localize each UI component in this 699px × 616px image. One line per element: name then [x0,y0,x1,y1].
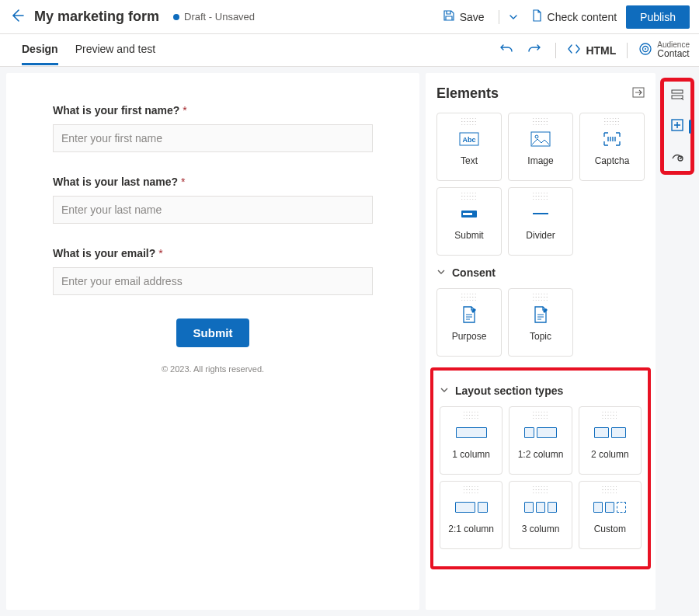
svg-point-17 [680,158,681,159]
section-layout-header[interactable]: Layout section types [440,385,642,397]
layout-grid: :::::::::::: 1 column :::::::::::: 1:2 c… [440,406,642,549]
image-icon [529,129,552,149]
tile-label: Divider [526,230,555,241]
back-arrow-icon[interactable] [9,8,25,26]
page-title: My marketing form [34,9,159,25]
svg-rect-6 [531,132,550,146]
layout-3-column[interactable]: :::::::::::: 3 column [509,481,572,549]
svg-text:Abc: Abc [462,136,475,144]
section-consent-header[interactable]: Consent [436,266,645,279]
form-submit-button[interactable]: Submit [176,318,250,347]
save-label: Save [460,11,485,23]
grip-icon: :::::::::::: [463,412,479,418]
layout-3col-icon [529,497,552,517]
section-title: Layout section types [455,385,563,397]
check-content-button[interactable]: Check content [523,5,625,29]
topic-icon [529,305,552,325]
element-purpose[interactable]: :::::::::::: Purpose [436,288,502,357]
fields-tool-button[interactable] [670,92,684,104]
grip-icon: :::::::::::: [532,486,548,492]
svg-rect-9 [463,213,472,215]
expand-panel-icon[interactable] [632,87,645,100]
tab-design[interactable]: Design [22,35,58,65]
required-icon: * [158,247,162,259]
element-captcha[interactable]: :::::::::::: Captcha [579,113,645,181]
form-canvas[interactable]: What is your first name?* What is your l… [6,73,419,610]
layout-1-column[interactable]: :::::::::::: 1 column [440,406,503,475]
svg-rect-11 [672,90,683,93]
undo-button[interactable] [496,39,516,61]
grip-icon: :::::::::::: [602,412,618,418]
publish-button[interactable]: Publish [626,5,690,29]
text-icon: Abc [457,129,481,149]
panel-title: Elements [436,85,499,102]
layout-2col-icon [598,423,621,443]
grip-icon: :::::::::::: [602,486,618,492]
field-label: What is your email? [53,247,155,259]
redo-button[interactable] [524,39,544,61]
email-input[interactable] [53,267,373,295]
tile-label: Purpose [452,331,487,342]
tile-label: 2:1 column [448,524,494,534]
target-icon [638,42,652,58]
consent-grid: :::::::::::: Purpose :::::::::::: Topic [436,288,645,357]
required-icon: * [181,176,185,188]
element-image[interactable]: :::::::::::: Image [508,113,573,181]
grip-icon: :::::::::::: [603,118,620,124]
element-topic[interactable]: :::::::::::: Topic [508,288,573,357]
svg-point-7 [535,135,538,138]
grip-icon: :::::::::::: [461,193,477,199]
html-label: HTML [586,44,616,57]
check-content-label: Check content [548,11,617,23]
tile-label: 1:2 column [518,449,564,460]
save-button[interactable]: Save [435,5,492,29]
settings-tool-button[interactable] [670,152,684,165]
save-menu-button[interactable] [506,8,521,26]
form-footer: © 2023. All rights reserved. [53,364,373,374]
tab-preview[interactable]: Preview and test [75,35,156,65]
highlight-layout-section: Layout section types :::::::::::: 1 colu… [430,367,651,569]
form-field: What is your email?* [53,247,373,295]
element-text[interactable]: :::::::::::: Abc Text [436,113,502,181]
html-toggle-button[interactable]: HTML [567,42,616,58]
layout-1col-icon [460,423,483,443]
layout-2-column[interactable]: :::::::::::: 2 column [579,406,642,475]
purpose-icon [457,305,481,325]
highlight-toolstrip [660,78,694,175]
save-icon [443,9,455,24]
grip-icon: :::::::::::: [461,118,477,124]
layout-custom[interactable]: :::::::::::: Custom [579,481,642,549]
field-label: What is your first name? [53,104,179,117]
captcha-icon [600,129,624,149]
first-name-input[interactable] [53,124,373,152]
form-field: What is your first name?* [53,104,373,152]
toolstrip [660,73,694,610]
grip-icon: :::::::::::: [532,294,548,300]
grip-icon: :::::::::::: [463,486,479,492]
element-divider[interactable]: :::::::::::: Divider [508,187,573,256]
tile-label: 3 column [522,524,560,534]
divider [627,43,628,58]
layout-2-1-column[interactable]: :::::::::::: 2:1 column [440,481,503,549]
layout-2-1col-icon [460,497,483,517]
chevron-down-icon [440,385,449,397]
chevron-down-icon [436,266,446,279]
audience-value: Contact [657,49,690,59]
tile-label: Topic [530,331,551,342]
grip-icon: :::::::::::: [532,412,548,418]
audience-picker[interactable]: Audience Contact [638,40,690,59]
element-submit[interactable]: :::::::::::: Submit [436,187,502,256]
layout-custom-icon [598,497,621,517]
divider [499,10,499,24]
tile-label: 1 column [452,449,490,460]
last-name-input[interactable] [53,196,373,224]
layout-1-2-column[interactable]: :::::::::::: 1:2 column [509,406,572,475]
tile-label: 2 column [591,449,629,460]
form-field: What is your last name?* [53,176,373,224]
top-bar: My marketing form Draft - Unsaved Save C… [0,0,699,34]
status-dot-icon [173,14,179,20]
grip-icon: :::::::::::: [532,118,548,124]
elements-tool-button[interactable] [670,122,684,134]
chevron-down-icon [509,12,518,22]
required-icon: * [183,104,186,117]
